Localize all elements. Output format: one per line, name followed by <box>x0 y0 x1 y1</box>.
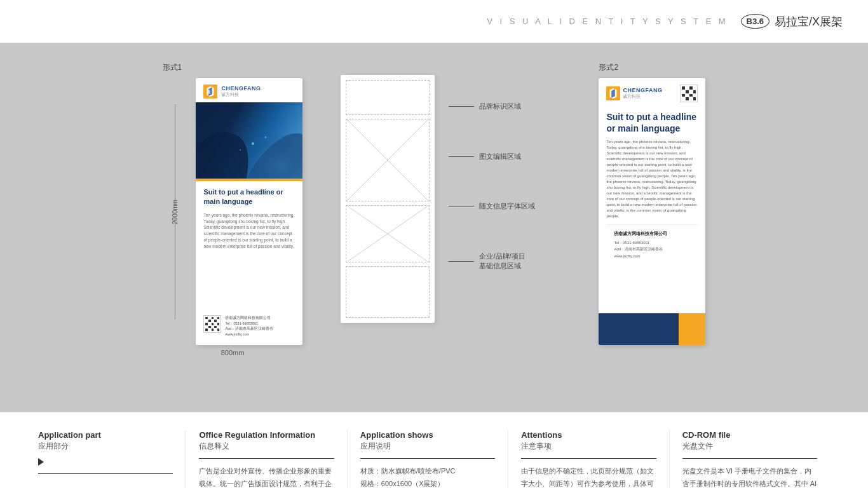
banner1-card: 成 CHENGFANG 诚方科技 <box>196 78 302 345</box>
banner2-blue-block <box>599 313 679 345</box>
banner2-bottom <box>599 313 705 345</box>
col2-title-cn: 应用说明 <box>360 441 495 452</box>
col3-title-cn: 注意事项 <box>521 441 656 452</box>
banner1-body: Ten years ago, the phoenix nirvana, rest… <box>203 212 295 250</box>
col3-divider <box>521 458 656 459</box>
banner1-headline: Suit to put a headline or main language <box>203 187 295 207</box>
info-col-cdrom: CD-ROM file 光盘文件 光盘文件是本 VI 手册电子文件的集合，内含手… <box>670 430 830 488</box>
col3-title-en: Attentions <box>521 430 656 440</box>
col0-title-en: Application part <box>38 430 173 440</box>
annotation-image-text-label: 图文编辑区域 <box>479 152 521 161</box>
banner1-content: Suit to put a headline or main language … <box>196 181 302 310</box>
canvas-area: 形式1 2000mm 成 <box>0 43 868 412</box>
section-badge: B3.6 <box>741 14 770 29</box>
banner1-company-info: 济南诚方网络科技有限公司 Tel：0531-69853001 Add：济南市高新… <box>225 315 273 337</box>
banner2-orange-block <box>679 313 705 345</box>
annotation-company-label: 企业/品牌/项目基础信息区域 <box>479 252 525 271</box>
format2-label: 形式2 <box>599 62 618 73</box>
col2-divider <box>360 458 495 459</box>
col4-body: 光盘文件是本 VI 手册电子文件的集合，内含手册制作时的专用软件格式文件。其中 … <box>682 465 817 488</box>
col1-body: 广告是企业对外宣传、传播企业形象的重要载体。统一的广告版面设计规范，有利于企业形… <box>199 465 334 488</box>
banner2-headline: Suit to put a headline or main language <box>599 106 705 139</box>
col1-title-en: Office Regulation Information <box>199 430 334 440</box>
annotation-brand: 品牌标识区域 <box>449 102 535 111</box>
banner2-company-name: CHENGFANG <box>623 87 662 93</box>
col4-title-cn: 光盘文件 <box>682 441 817 452</box>
logo-text: CHENGFANG 诚方科技 <box>221 85 261 98</box>
banner2-add: Add：济南市高新区汉峪香谷 <box>614 246 690 252</box>
banner2-logo-icon <box>606 86 620 100</box>
col4-title-en: CD-ROM file <box>682 430 817 440</box>
svg-point-7 <box>240 149 241 151</box>
annotation-random-text: 随文信息字体区域 <box>449 201 535 211</box>
logo-name: CHENGFANG <box>221 85 261 92</box>
template-section: 品牌标识区域 图文编辑区域 随文信息字体区域 企业/品牌/项目基础信息区域 <box>341 75 535 323</box>
info-col-application-shows: Application shows 应用说明 材质：防水旗帜布/喷绘布/PVC … <box>348 430 508 488</box>
banner2-body: Ten years ago, the phoenix nirvana, rest… <box>599 139 705 224</box>
col4-divider <box>682 458 817 459</box>
banner1-qr <box>203 315 221 333</box>
annotation-company: 企业/品牌/项目基础信息区域 <box>449 252 535 271</box>
banner2-card: CHENGFANG 诚方科技 Suit to put a headline or… <box>599 78 705 345</box>
page-title: 易拉宝/X展架 <box>775 14 843 29</box>
col0-title-cn: 应用部分 <box>38 441 173 452</box>
dim-label: 2000mm <box>172 200 179 224</box>
vis-label: V I S U A L I D E N T I T Y S Y S T E M <box>487 17 728 26</box>
svg-point-6 <box>265 137 267 139</box>
col2-title-en: Application shows <box>360 430 495 440</box>
chengfang-logo-icon: 成 <box>203 85 217 98</box>
banner2-header: CHENGFANG 诚方科技 <box>599 78 705 106</box>
header: V I S U A L I D E N T I T Y S Y S T E M … <box>0 0 868 43</box>
col1-title-cn: 信息释义 <box>199 441 334 452</box>
col2-body: 材质：防水旗帜布/喷绘布/PVC 规格：600x1600（X展架） 800 x … <box>360 465 495 488</box>
col0-divider <box>38 473 173 474</box>
col3-body: 由于信息的不确定性，此页部分规范（如文字大小、间距等）可作为参考使用，具体可根据… <box>521 465 656 488</box>
banner1-image <box>196 102 302 179</box>
info-col-office-regulation: Office Regulation Information 信息释义 广告是企业… <box>186 430 347 488</box>
info-col-attentions: Attentions 注意事项 由于信息的不确定性，此页部分规范（如文字大小、间… <box>508 430 669 488</box>
template-text-placeholder <box>346 206 429 262</box>
info-section: Application part 应用部分 Office Regulation … <box>0 412 868 488</box>
banner1-header: 成 CHENGFANG 诚方科技 <box>196 78 302 102</box>
banner2-company-name-label: 济南诚方网络科技有限公司 <box>614 230 690 238</box>
banner2-logo: CHENGFANG 诚方科技 <box>606 86 662 100</box>
banner2-qr <box>680 85 698 102</box>
annotations: 品牌标识区域 图文编辑区域 随文信息字体区域 企业/品牌/项目基础信息区域 <box>449 75 535 304</box>
svg-text:成: 成 <box>206 90 210 94</box>
banner2-logo-text: CHENGFANG 诚方科技 <box>623 87 662 100</box>
col1-divider <box>199 458 334 459</box>
banner1-footer: 济南诚方网络科技有限公司 Tel：0531-69853001 Add：济南市高新… <box>196 310 302 345</box>
banner2-company-sub: 诚方科技 <box>623 93 662 100</box>
banner2-company-info: 济南诚方网络科技有限公司 Tel：0531-69853001 Add：济南市高新… <box>606 224 698 264</box>
annotation-image-text: 图文编辑区域 <box>449 152 535 161</box>
width-label: 800mm <box>221 349 245 356</box>
col0-arrow-icon <box>38 458 44 466</box>
banner1-frame: 2000mm 成 CHENGFANG 诚方科 <box>163 78 303 356</box>
annotation-random-text-label: 随文信息字体区域 <box>479 201 535 211</box>
info-col-application-part: Application part 应用部分 <box>38 430 186 488</box>
template-card <box>341 75 435 323</box>
svg-point-5 <box>252 142 254 145</box>
banner2-web: www.jncfkj.com <box>614 253 690 259</box>
format1-section: 形式1 2000mm 成 <box>163 62 303 356</box>
format1-label: 形式1 <box>163 62 182 73</box>
banner1-image-svg <box>196 102 302 179</box>
logo-sub: 诚方科技 <box>221 92 261 98</box>
template-image-placeholder <box>346 119 429 201</box>
banner2-tel: Tel：0531-69853001 <box>614 240 690 246</box>
format2-section: 形式2 CHENGFANG 诚方科技 <box>599 62 705 345</box>
annotation-brand-label: 品牌标识区域 <box>479 102 521 111</box>
